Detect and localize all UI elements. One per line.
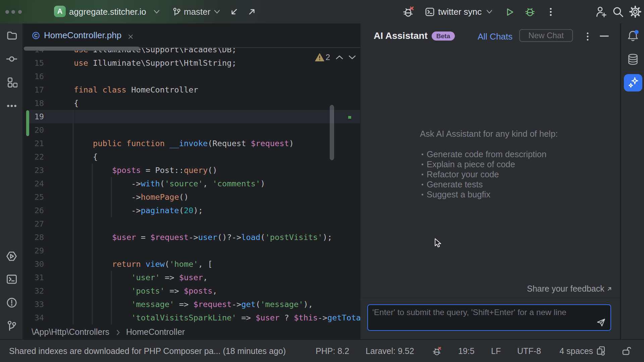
- run-tool-button[interactable]: [0, 249, 23, 263]
- line-number[interactable]: 23: [24, 164, 44, 177]
- window-zoom-button[interactable]: [18, 10, 22, 14]
- settings-gear-icon[interactable]: [629, 6, 641, 18]
- caret-position-widget[interactable]: 19:5: [458, 340, 475, 362]
- code-line[interactable]: return view('home', [: [74, 257, 360, 271]
- line-number[interactable]: 15: [24, 56, 44, 70]
- update-project-icon[interactable]: [229, 7, 239, 17]
- run-config-terminal-icon[interactable]: [425, 7, 435, 17]
- line-number[interactable]: 28: [24, 231, 44, 244]
- indent-widget[interactable]: 4 spaces: [559, 340, 606, 362]
- line-number[interactable]: 16: [24, 70, 44, 83]
- readonly-lock-icon[interactable]: [621, 340, 631, 362]
- line-number[interactable]: 24: [24, 177, 44, 190]
- line-number[interactable]: 19: [24, 110, 44, 123]
- search-everywhere-icon[interactable]: [612, 6, 624, 18]
- problems-icon: [6, 297, 17, 308]
- code-line[interactable]: final class HomeController: [74, 83, 360, 97]
- line-number[interactable]: 20: [24, 123, 44, 137]
- code-line[interactable]: [74, 110, 360, 123]
- code-line[interactable]: ->paginate(20);: [74, 204, 360, 217]
- structure-tool-button[interactable]: [0, 75, 23, 90]
- vcs-tool-button[interactable]: [0, 318, 23, 333]
- code-line[interactable]: [74, 244, 360, 257]
- commit-tool-button[interactable]: [0, 52, 23, 66]
- new-chat-button[interactable]: New Chat: [519, 29, 573, 42]
- code-editor[interactable]: 1415161718192021222324252627282930313233…: [24, 48, 360, 324]
- inspection-widget[interactable]: 2: [315, 52, 357, 62]
- more-actions-icon[interactable]: [547, 8, 555, 16]
- tab-close-icon[interactable]: [128, 34, 133, 40]
- line-separator-widget[interactable]: LF: [491, 340, 501, 362]
- git-branch-icon[interactable]: [172, 7, 181, 16]
- database-button[interactable]: [621, 52, 644, 67]
- breadcrumb-path[interactable]: \App\Http\Controllers: [32, 327, 109, 337]
- line-number[interactable]: 21: [24, 137, 44, 150]
- svg-text:C: C: [34, 33, 38, 38]
- code-line[interactable]: public function __invoke(Request $reques…: [74, 137, 360, 150]
- share-feedback-link[interactable]: Share your feedback: [527, 284, 612, 294]
- window-minimize-button[interactable]: [11, 10, 15, 14]
- code-line[interactable]: $user = $request->user()?->load('postVis…: [74, 231, 360, 244]
- line-number[interactable]: 18: [24, 97, 44, 110]
- line-number[interactable]: 22: [24, 150, 44, 164]
- line-number[interactable]: 29: [24, 244, 44, 257]
- code-line[interactable]: ->homePage(): [74, 190, 360, 204]
- line-number[interactable]: 25: [24, 190, 44, 204]
- code-line[interactable]: 'user' => $user,: [74, 271, 360, 284]
- encoding-widget[interactable]: UTF-8: [517, 340, 541, 362]
- code-line[interactable]: 'posts' => $posts,: [74, 284, 360, 298]
- code-line[interactable]: [74, 217, 360, 231]
- window-close-button[interactable]: [5, 10, 9, 14]
- send-icon[interactable]: [596, 317, 606, 327]
- line-number[interactable]: 27: [24, 217, 44, 231]
- code-line[interactable]: {: [74, 97, 360, 110]
- status-message[interactable]: Shared indexes are downloaded for PHP Co…: [9, 340, 286, 362]
- tab-homecontroller[interactable]: C HomeController.php: [24, 23, 140, 47]
- debug-button[interactable]: [524, 6, 536, 18]
- git-branch-name[interactable]: master: [184, 0, 210, 23]
- status-debug-icon[interactable]: [431, 340, 443, 362]
- terminal-tool-button[interactable]: [0, 272, 23, 287]
- php-version-widget[interactable]: PHP: 8.2: [316, 340, 349, 362]
- line-number[interactable]: 32: [24, 284, 44, 298]
- code-line[interactable]: {: [74, 150, 360, 164]
- prev-problem-icon[interactable]: [335, 53, 344, 61]
- laravel-version-widget[interactable]: Laravel: 9.52: [366, 340, 414, 362]
- run-config-name[interactable]: twitter sync: [438, 0, 482, 23]
- code-line[interactable]: ->with('source', 'comments'): [74, 177, 360, 190]
- more-tool-windows-button[interactable]: [0, 99, 23, 113]
- notifications-button[interactable]: [621, 28, 644, 43]
- line-number[interactable]: 34: [24, 311, 44, 324]
- line-number[interactable]: 31: [24, 271, 44, 284]
- code-with-me-icon[interactable]: [595, 5, 607, 18]
- stop-failed-debug-icon[interactable]: [402, 5, 415, 18]
- line-number[interactable]: 33: [24, 298, 44, 311]
- code-line[interactable]: [74, 123, 360, 137]
- project-chevron-down-icon[interactable]: [153, 9, 160, 15]
- run-config-chevron-down-icon[interactable]: [486, 9, 493, 15]
- problems-tool-button[interactable]: [0, 295, 23, 310]
- line-number[interactable]: 30: [24, 257, 44, 271]
- tab-scroll-thumb[interactable]: [24, 47, 140, 51]
- line-number[interactable]: 26: [24, 204, 44, 217]
- all-chats-link[interactable]: All Chats: [478, 32, 513, 42]
- ai-panel-options-icon[interactable]: [585, 32, 591, 41]
- code-line[interactable]: [74, 70, 360, 83]
- branch-chevron-down-icon[interactable]: [213, 9, 221, 15]
- ai-hint-text: Suggest a bugfix: [427, 190, 490, 199]
- breadcrumb-file[interactable]: HomeController: [126, 327, 185, 337]
- code-line[interactable]: 'totalVisitsSparkLine' => $user ? $this-…: [74, 311, 360, 324]
- ai-assistant-button[interactable]: [624, 74, 642, 92]
- push-commits-icon[interactable]: [247, 7, 257, 17]
- project-tool-button[interactable]: [0, 28, 23, 43]
- next-problem-icon[interactable]: [347, 53, 357, 61]
- status-bar: Shared indexes are downloaded for PHP Co…: [0, 339, 644, 362]
- line-number[interactable]: 17: [24, 83, 44, 97]
- run-button[interactable]: [505, 7, 515, 17]
- hide-panel-icon[interactable]: [600, 35, 609, 37]
- code-line[interactable]: 'message' => $request->get('message'),: [74, 298, 360, 311]
- project-name[interactable]: aggregate.stitcher.io: [69, 0, 146, 23]
- ai-query-input[interactable]: 'Enter' to submit the query, 'Shift+Ente…: [367, 304, 611, 331]
- code-line[interactable]: $posts = Post::query(): [74, 164, 360, 177]
- editor-scrollbar[interactable]: [330, 105, 334, 160]
